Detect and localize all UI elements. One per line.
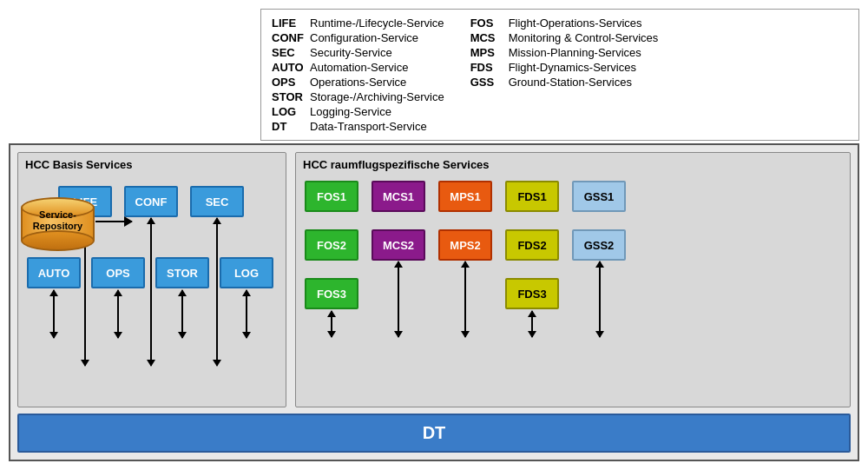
legend-abbr-life: LIFE <box>272 17 305 30</box>
legend-desc-fds: Flight-Dynamics-Services <box>509 61 636 74</box>
legend-desc-sec: Security-Service <box>310 46 392 59</box>
legend-desc-ops: Operations-Service <box>310 76 406 89</box>
legend-abbr-gss: GSS <box>470 76 503 89</box>
service-FOS3: FOS3 <box>305 278 358 309</box>
service-MCS2: MCS2 <box>372 229 425 261</box>
mcs-arrow <box>398 261 399 337</box>
legend-abbr-dt: DT <box>272 120 305 133</box>
legend-box: LIFE Runtime-/Lifecycle-Service CONF Con… <box>260 9 859 141</box>
service-CONF: CONF <box>124 186 178 217</box>
legend-desc-mcs: Monitoring & Control-Services <box>509 31 659 44</box>
service-MCS1: MCS1 <box>372 181 425 212</box>
legend-row-conf: CONF Configuration-Service <box>272 31 444 44</box>
legend-row-life: LIFE Runtime-/Lifecycle-Service <box>272 17 444 30</box>
legend-desc-log: Logging-Service <box>310 105 391 118</box>
legend-desc-stor: Storage-/Archiving-Service <box>310 90 444 103</box>
legend-abbr-fds: FDS <box>470 61 503 74</box>
fds-arrow <box>531 311 533 337</box>
gss-arrow <box>599 261 601 337</box>
legend-desc-fos: Flight-Operations-Services <box>509 17 642 30</box>
service-MPS2: MPS2 <box>438 229 492 261</box>
legend-row-mcs: MCS Monitoring & Control-Services <box>470 31 659 44</box>
legend-desc-conf: Configuration-Service <box>310 31 418 44</box>
legend-desc-life: Runtime-/Lifecycle-Service <box>310 17 444 30</box>
sec-arrow <box>216 218 218 366</box>
legend-row-stor: STOR Storage-/Archiving-Service <box>272 90 444 103</box>
legend-row-sec: SEC Security-Service <box>272 46 444 59</box>
legend-desc-mps: Mission-Planning-Services <box>509 46 641 59</box>
dt-bar: DT <box>17 414 851 453</box>
legend-abbr-sec: SEC <box>272 46 305 59</box>
legend-row-log: LOG Logging-Service <box>272 105 444 118</box>
legend-abbr-mcs: MCS <box>470 31 503 44</box>
service-FDS2: FDS2 <box>505 229 559 261</box>
legend-abbr-stor: STOR <box>272 90 305 103</box>
legend-abbr-fos: FOS <box>470 17 503 30</box>
fos-arrow <box>331 311 332 337</box>
service-FDS1: FDS1 <box>505 181 559 212</box>
legend-row-fds: FDS Flight-Dynamics-Services <box>470 61 659 74</box>
legend-abbr-mps: MPS <box>470 46 503 59</box>
legend-right-col: FOS Flight-Operations-Services MCS Monit… <box>470 17 659 133</box>
repo-arrow <box>95 221 132 222</box>
diagram: Service-Repository HCC Basis Services LI… <box>9 143 859 461</box>
hcc-raumflug-panel: HCC raumflugspezifische Services FOS1 MC… <box>295 152 851 407</box>
service-FDS3: FDS3 <box>505 278 559 309</box>
service-FOS2: FOS2 <box>305 229 358 261</box>
legend-row-dt: DT Data-Transport-Service <box>272 120 444 133</box>
service-FOS1: FOS1 <box>305 181 358 212</box>
legend-row-fos: FOS Flight-Operations-Services <box>470 17 659 30</box>
service-repo-label: Service-Repository <box>21 209 95 232</box>
ops-arrow <box>117 290 119 338</box>
service-GSS1: GSS1 <box>572 181 626 212</box>
service-OPS: OPS <box>91 257 145 288</box>
log-arrow <box>246 290 247 338</box>
mps-arrow <box>464 261 466 337</box>
service-SEC: SEC <box>190 186 244 217</box>
legend-desc-dt: Data-Transport-Service <box>310 120 427 133</box>
hcc-basis-title: HCC Basis Services <box>25 158 133 171</box>
hcc-raumflug-title: HCC raumflugspezifische Services <box>303 158 490 171</box>
hcc-basis-panel: HCC Basis Services LIFE CONF SEC AUTO OP… <box>17 152 286 407</box>
legend-row-mps: MPS Mission-Planning-Services <box>470 46 659 59</box>
legend-abbr-ops: OPS <box>272 76 305 89</box>
dt-label: DT <box>423 423 446 443</box>
legend-desc-gss: Ground-Station-Services <box>509 76 632 89</box>
stor-arrow <box>181 290 183 338</box>
service-AUTO: AUTO <box>27 257 81 288</box>
auto-arrow <box>53 290 55 338</box>
legend-abbr-conf: CONF <box>272 31 305 44</box>
service-MPS1: MPS1 <box>438 181 492 212</box>
service-repository: Service-Repository <box>21 197 95 251</box>
legend-row-auto: AUTO Automation-Service <box>272 61 444 74</box>
service-STOR: STOR <box>155 257 209 288</box>
service-GSS2: GSS2 <box>572 229 626 261</box>
legend-row-gss: GSS Ground-Station-Services <box>470 76 659 89</box>
service-LOG: LOG <box>220 257 273 288</box>
legend-desc-auto: Automation-Service <box>310 61 408 74</box>
legend-row-ops: OPS Operations-Service <box>272 76 444 89</box>
legend-abbr-auto: AUTO <box>272 61 305 74</box>
legend-abbr-log: LOG <box>272 105 305 118</box>
legend-left-col: LIFE Runtime-/Lifecycle-Service CONF Con… <box>272 17 444 133</box>
conf-arrow <box>150 218 152 366</box>
